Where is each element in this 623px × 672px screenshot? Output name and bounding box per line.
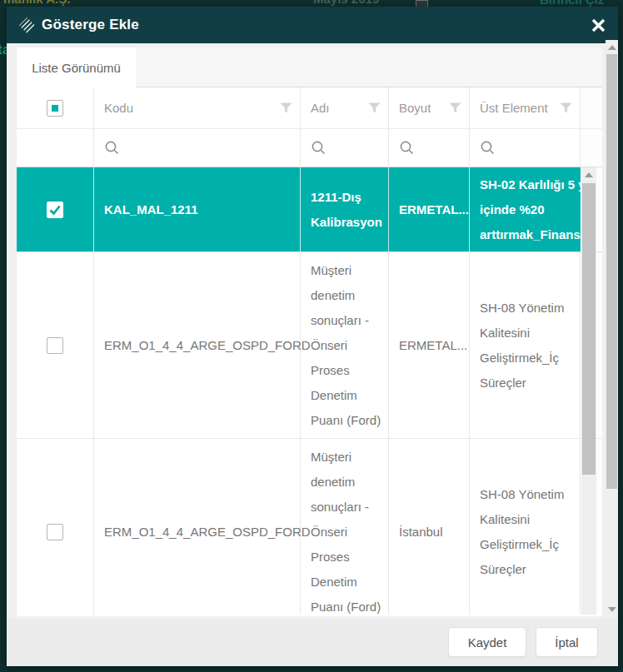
table-scrollbar[interactable] — [581, 167, 596, 615]
header-filler — [581, 87, 602, 128]
cell-adi: Müşteri denetim sonuçları - Önseri Prose… — [301, 252, 389, 438]
search-filler — [581, 129, 602, 167]
funnel-icon[interactable] — [368, 102, 381, 113]
dialog-title: Gösterge Ekle — [42, 17, 139, 33]
search-field-adi[interactable] — [301, 129, 389, 167]
cell-kodu: ERM_O1_4_4_ARGE_OSPD_FORD — [94, 252, 301, 438]
save-button-label: Kaydet — [468, 635, 507, 650]
dialog-header: Gösterge Ekle — [7, 7, 618, 43]
cell-ust-element: SH-08 Yönetim Kalitesini Geliştirmek_İç … — [470, 252, 581, 438]
select-all-checkbox[interactable] — [47, 100, 63, 117]
column-label: Kodu — [104, 101, 133, 115]
cell-boyut: ERMETAL... — [389, 167, 470, 251]
column-label: Üst Element — [480, 101, 548, 115]
funnel-icon[interactable] — [449, 102, 461, 113]
column-header-kodu[interactable]: Kodu — [94, 87, 301, 128]
magnifier-icon — [399, 140, 415, 156]
cell-ust-element: SH-02 Karlılığı 5 yıl içinde %20 arttırm… — [470, 167, 581, 251]
column-header-boyut[interactable]: Boyut — [389, 87, 470, 128]
table-header-row: Kodu Adı Boyut Üst Element — [17, 87, 602, 129]
cell-kodu: ERM_O1_4_4_ARGE_OSPD_FORD — [94, 439, 301, 615]
striped-diamond-icon — [19, 17, 35, 33]
scroll-up-icon[interactable] — [581, 168, 596, 181]
cell-kodu: KAL_MAL_1211 — [94, 167, 301, 251]
table-search-row — [17, 129, 602, 167]
cell-boyut: İstanbul — [389, 439, 470, 615]
tab-list-view[interactable]: Liste Görünümü — [17, 47, 136, 87]
cell-adi: 1211-Dış Kalibrasyon — [301, 167, 389, 251]
tab-label: Liste Görünümü — [32, 61, 121, 75]
row-checkbox-unchecked[interactable] — [47, 524, 63, 540]
backdrop-text-date: Mayıs 2019 — [313, 0, 379, 6]
dialog-scrollbar[interactable] — [606, 40, 618, 616]
cell-adi: Müşteri denetim sonuçları - Önseri Prose… — [301, 439, 389, 615]
close-icon[interactable] — [590, 17, 607, 34]
search-field-kodu[interactable] — [94, 129, 301, 167]
search-cell-empty — [17, 129, 94, 167]
row-checkbox-checked[interactable] — [47, 202, 63, 218]
search-field-boyut[interactable] — [389, 129, 470, 167]
magnifier-icon — [311, 140, 326, 156]
table-row[interactable]: KAL_MAL_1211 1211-Dış Kalibrasyon ERMETA… — [17, 167, 602, 252]
backdrop-text-right: Birincil Çiz — [540, 0, 605, 7]
dialog-footer: Kaydet İptal — [7, 619, 618, 666]
cell-boyut: ERMETAL... — [389, 252, 470, 438]
row-checkbox-cell — [17, 167, 94, 251]
funnel-icon[interactable] — [560, 102, 572, 113]
table-row[interactable]: ERM_O1_4_4_ARGE_OSPD_FORD Müşteri deneti… — [17, 252, 602, 439]
cell-ust-element: SH-08 Yönetim Kalitesini Geliştirmek_İç … — [470, 439, 581, 615]
save-button[interactable]: Kaydet — [448, 627, 526, 657]
magnifier-icon — [104, 140, 120, 156]
search-field-ust-element[interactable] — [470, 129, 581, 167]
row-checkbox-cell — [17, 439, 94, 615]
tab-strip: Liste Görünümü — [17, 47, 602, 87]
table-row[interactable]: ERM_O1_4_4_ARGE_OSPD_FORD Müşteri deneti… — [17, 439, 602, 615]
column-header-adi[interactable]: Adı — [301, 87, 389, 128]
column-label: Boyut — [399, 101, 431, 115]
magnifier-icon — [480, 140, 496, 156]
backdrop-text-company: manlık A.Ş. — [3, 0, 70, 6]
funnel-icon[interactable] — [280, 102, 292, 113]
cancel-button[interactable]: İptal — [536, 627, 598, 657]
select-all-cell — [17, 87, 94, 128]
column-label: Adı — [311, 101, 330, 115]
scroll-up-icon[interactable] — [606, 41, 618, 53]
row-checkbox-unchecked[interactable] — [47, 337, 63, 354]
table-scrollbar-thumb[interactable] — [582, 183, 596, 475]
add-indicator-dialog: Gösterge Ekle Liste Görünümü Kodu Adı — [7, 7, 618, 666]
dialog-scrollbar-thumb[interactable] — [606, 54, 617, 489]
indicator-table: Kodu Adı Boyut Üst Element — [17, 87, 602, 616]
column-header-ust-element[interactable]: Üst Element — [470, 87, 581, 128]
scroll-down-icon[interactable] — [606, 603, 618, 615]
cancel-button-label: İptal — [555, 635, 578, 650]
row-checkbox-cell — [17, 252, 94, 438]
table-body: KAL_MAL_1211 1211-Dış Kalibrasyon ERMETA… — [17, 167, 602, 615]
